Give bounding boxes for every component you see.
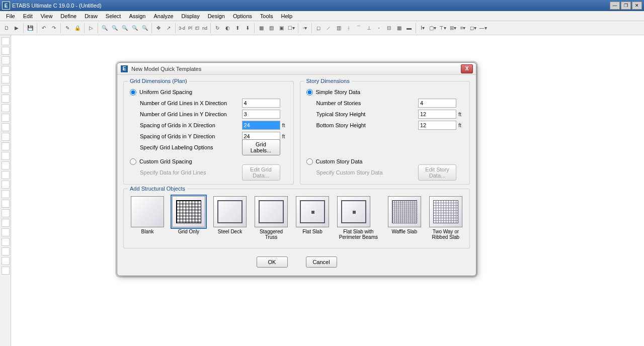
menu-assign[interactable]: Assign	[125, 12, 149, 20]
draw-stack-icon[interactable]	[2, 152, 10, 160]
undo-icon[interactable]: ↶	[39, 24, 48, 33]
shrink-icon[interactable]: ▧	[267, 24, 276, 33]
snap4-icon[interactable]	[2, 238, 10, 246]
close-button[interactable]: ✕	[632, 2, 642, 10]
menu-design[interactable]: Design	[204, 12, 229, 20]
draw-dim-icon[interactable]	[2, 181, 10, 189]
tendon-icon[interactable]: ⌒	[354, 24, 363, 33]
maximize-button[interactable]: ❐	[621, 2, 631, 10]
draw-rect-icon[interactable]	[2, 114, 10, 122]
new-icon[interactable]: 🗋	[2, 24, 11, 33]
draw-quick-icon[interactable]	[2, 123, 10, 131]
dd5-icon[interactable]: ≡▾	[458, 24, 467, 33]
link-icon[interactable]: ⟊	[344, 24, 353, 33]
open-icon[interactable]: ▶	[12, 24, 21, 33]
redo-icon[interactable]: ↷	[49, 24, 58, 33]
dialog-title-bar[interactable]: E New Model Quick Templates X	[117, 63, 476, 75]
typ-height-input[interactable]	[418, 110, 456, 119]
zoom-fit-icon[interactable]: 🔍	[120, 24, 129, 33]
draw-wall3-icon[interactable]	[2, 142, 10, 150]
uniform-grid-radio[interactable]	[130, 89, 136, 96]
menu-edit[interactable]: Edit	[19, 12, 37, 20]
support-icon[interactable]: ⊥	[364, 24, 373, 33]
save-icon[interactable]: 💾	[26, 24, 35, 33]
draw-floor-icon[interactable]	[2, 95, 10, 103]
pier-icon[interactable]: ▬	[405, 24, 414, 33]
view-3d[interactable]: 3-d	[178, 26, 186, 31]
mesh-icon[interactable]: ▦	[394, 24, 404, 33]
shell-icon[interactable]: ▥	[334, 24, 343, 33]
draw-load-icon[interactable]	[2, 200, 10, 208]
reshape-icon[interactable]	[2, 47, 10, 55]
menu-view[interactable]: View	[37, 12, 57, 20]
custom-story-radio[interactable]	[306, 158, 313, 165]
dd1-icon[interactable]: I▾	[418, 24, 427, 33]
menu-options[interactable]: Options	[229, 12, 256, 20]
num-stories-input[interactable]	[418, 99, 456, 108]
run-icon[interactable]: ▷	[87, 24, 96, 33]
sp-x-input[interactable]	[242, 121, 280, 130]
cancel-button[interactable]: Cancel	[306, 256, 337, 268]
minimize-button[interactable]: —	[610, 2, 620, 10]
view-node[interactable]: nd	[201, 26, 208, 31]
object-icon[interactable]: ▦	[257, 24, 266, 33]
extrude-icon[interactable]: ▣	[277, 24, 286, 33]
draw-col-icon[interactable]	[2, 66, 10, 74]
menu-analyze[interactable]: Analyze	[149, 12, 177, 20]
set-display-icon[interactable]: ☐▾	[287, 24, 296, 33]
dialog-close-button[interactable]: X	[461, 64, 473, 73]
menu-select[interactable]: Select	[102, 12, 125, 20]
snap3-icon[interactable]	[2, 228, 10, 236]
dd6-icon[interactable]: ◻▾	[468, 24, 477, 33]
snap6-icon[interactable]	[2, 257, 10, 265]
joint-icon[interactable]: ◻	[314, 24, 323, 33]
zoom-region-icon[interactable]: 🔍	[140, 24, 149, 33]
zoom-out-icon[interactable]: 🔍	[110, 24, 119, 33]
template-grid-only[interactable]: Grid Only	[172, 196, 205, 240]
simple-story-radio[interactable]	[306, 89, 313, 96]
menu-tools[interactable]: Tools	[256, 12, 277, 20]
menu-file[interactable]: File	[2, 12, 19, 20]
draw-wall-icon[interactable]	[2, 104, 10, 112]
release-icon[interactable]: ◦	[374, 24, 383, 33]
view-elev[interactable]: El	[194, 26, 200, 31]
draw-wall2-icon[interactable]	[2, 133, 10, 141]
template-staggered-truss[interactable]: Staggered Truss	[255, 196, 288, 240]
ok-button[interactable]: OK	[257, 256, 288, 268]
snap2-icon[interactable]	[2, 219, 10, 227]
zoom-prev-icon[interactable]: 🔍	[130, 24, 139, 33]
snap7-icon[interactable]	[2, 267, 10, 275]
draw-brace-icon[interactable]	[2, 75, 10, 83]
dd2-icon[interactable]: ▢▾	[428, 24, 437, 33]
up-icon[interactable]: ⬆	[233, 24, 242, 33]
zoom-in-icon[interactable]: 🔍	[100, 24, 109, 33]
refresh-icon[interactable]: ✎	[63, 24, 72, 33]
dd3-icon[interactable]: ⊤▾	[438, 24, 447, 33]
rotate-icon[interactable]: ↻	[213, 24, 222, 33]
draw-link-icon[interactable]	[2, 161, 10, 169]
menu-help[interactable]: Help	[277, 12, 297, 20]
snap5-icon[interactable]	[2, 247, 10, 255]
num-x-input[interactable]	[242, 99, 280, 108]
template-flat-slab[interactable]: Flat Slab	[296, 196, 329, 240]
down-icon[interactable]: ⬇	[243, 24, 252, 33]
frame-icon[interactable]: ⟋	[324, 24, 333, 33]
move-icon[interactable]: ↗	[164, 24, 173, 33]
menu-define[interactable]: Define	[56, 12, 80, 20]
template-waffle-slab[interactable]: Waffle Slab	[388, 196, 421, 240]
perspective-icon[interactable]: ◐	[223, 24, 232, 33]
view-plan[interactable]: Pl	[187, 26, 193, 31]
draw-beam-icon[interactable]	[2, 56, 10, 64]
grid-labels-button[interactable]: Grid Labels...	[242, 139, 280, 155]
dd7-icon[interactable]: ―▾	[478, 24, 488, 33]
more1-icon[interactable]: ▫▾	[300, 24, 309, 33]
draw-ref-icon[interactable]	[2, 190, 10, 198]
template-steel-deck[interactable]: Steel Deck	[213, 196, 247, 240]
num-y-input[interactable]	[242, 110, 280, 119]
pointer-icon[interactable]	[2, 37, 10, 45]
template-blank[interactable]: Blank	[131, 196, 164, 240]
lock-icon[interactable]: 🔒	[73, 24, 82, 33]
snap-icon[interactable]	[2, 209, 10, 217]
template-flat-slab-perimeter[interactable]: Flat Slab with Perimeter Beams	[337, 196, 380, 240]
custom-grid-radio[interactable]	[130, 158, 136, 165]
